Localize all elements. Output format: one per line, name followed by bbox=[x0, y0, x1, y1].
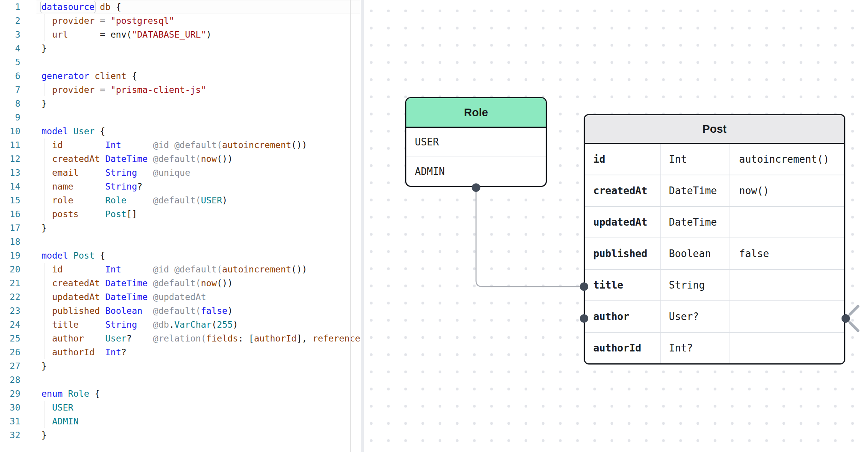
field-default-cell: now() bbox=[729, 175, 844, 206]
line-number: 19 bbox=[0, 249, 20, 262]
schema-code-editor[interactable]: 1datasource db {2 provider = "postgresql… bbox=[0, 0, 364, 452]
code-line[interactable]: 32} bbox=[0, 428, 364, 442]
code-line[interactable]: 1datasource db { bbox=[0, 0, 364, 14]
line-number: 3 bbox=[0, 28, 20, 41]
code-line[interactable]: 9 bbox=[0, 111, 364, 124]
field-type-cell: Int? bbox=[661, 333, 729, 363]
code-line[interactable]: 27} bbox=[0, 359, 364, 373]
code-line[interactable]: 22 updatedAt DateTime @updatedAt bbox=[0, 290, 364, 304]
code-line[interactable]: 5 bbox=[0, 55, 364, 69]
code-line[interactable]: 21 createdAt DateTime @default(now()) bbox=[0, 276, 364, 290]
line-number: 13 bbox=[0, 166, 20, 180]
code-line[interactable]: 8} bbox=[0, 97, 364, 111]
line-number: 7 bbox=[0, 83, 20, 97]
model-field-row: titleString bbox=[585, 269, 844, 300]
code-line[interactable]: 16 posts Post[] bbox=[0, 207, 364, 221]
code-text bbox=[20, 235, 41, 249]
enum-relation-line bbox=[476, 191, 583, 287]
field-default-cell bbox=[729, 207, 844, 238]
post-table-header: Post bbox=[585, 115, 844, 144]
code-line[interactable]: 3 url = env("DATABASE_URL") bbox=[0, 28, 364, 41]
code-line[interactable]: 11 id Int @id @default(autoincrement()) bbox=[0, 138, 364, 152]
code-line[interactable]: 15 role Role @default(USER) bbox=[0, 193, 364, 207]
code-text: role Role @default(USER) bbox=[20, 193, 228, 207]
field-name-cell: author bbox=[585, 301, 661, 332]
code-text: generator client { bbox=[20, 69, 137, 83]
diagram-canvas[interactable]: Role USERADMIN Post idIntautoincrement()… bbox=[364, 0, 868, 452]
code-line[interactable]: 19model Post { bbox=[0, 249, 364, 262]
line-number: 5 bbox=[0, 55, 20, 69]
line-number: 16 bbox=[0, 207, 20, 221]
code-text: model User { bbox=[20, 124, 105, 138]
code-line[interactable]: 23 published Boolean @default(false) bbox=[0, 304, 364, 318]
code-text: } bbox=[20, 359, 47, 373]
code-line[interactable]: 14 name String? bbox=[0, 180, 364, 193]
editor-content-edge bbox=[350, 0, 351, 452]
code-text: id Int @id @default(autoincrement()) bbox=[20, 262, 307, 276]
post-table-rows: idIntautoincrement()createdAtDateTimenow… bbox=[585, 144, 844, 363]
code-line[interactable]: 31 ADMIN bbox=[0, 414, 364, 428]
code-line[interactable]: 13 email String @unique bbox=[0, 166, 364, 180]
code-line[interactable]: 17} bbox=[0, 221, 364, 235]
field-name-cell: authorId bbox=[585, 333, 661, 363]
code-line[interactable]: 7 provider = "prisma-client-js" bbox=[0, 83, 364, 97]
code-text: } bbox=[20, 428, 47, 442]
code-line[interactable]: 26 authorId Int? bbox=[0, 345, 364, 359]
role-table-title: Role bbox=[464, 106, 488, 119]
model-node-post[interactable]: Post idIntautoincrement()createdAtDateTi… bbox=[584, 114, 845, 365]
line-number: 12 bbox=[0, 152, 20, 166]
code-text: posts Post[] bbox=[20, 207, 137, 221]
field-name-cell: createdAt bbox=[585, 175, 661, 206]
code-line[interactable]: 20 id Int @id @default(autoincrement()) bbox=[0, 262, 364, 276]
code-text: } bbox=[20, 97, 47, 111]
line-number: 28 bbox=[0, 373, 20, 387]
line-number: 15 bbox=[0, 193, 20, 207]
code-line[interactable]: 28 bbox=[0, 373, 364, 387]
enum-value: ADMIN bbox=[406, 157, 445, 186]
code-text bbox=[20, 373, 41, 387]
code-line[interactable]: 29enum Role { bbox=[0, 387, 364, 401]
line-number: 20 bbox=[0, 262, 20, 276]
line-number: 31 bbox=[0, 414, 20, 428]
code-line[interactable]: 6generator client { bbox=[0, 69, 364, 83]
line-number: 21 bbox=[0, 276, 20, 290]
indent-guide bbox=[44, 263, 45, 359]
code-text: enum Role { bbox=[20, 387, 100, 401]
code-lines: 1datasource db {2 provider = "postgresql… bbox=[0, 0, 364, 442]
line-number: 29 bbox=[0, 387, 20, 401]
code-line[interactable]: 10model User { bbox=[0, 124, 364, 138]
enum-node-role[interactable]: Role USERADMIN bbox=[405, 97, 547, 187]
code-line[interactable]: 25 author User? @relation(fields: [autho… bbox=[0, 332, 364, 345]
code-line[interactable]: 24 title String @db.VarChar(255) bbox=[0, 318, 364, 332]
code-line[interactable]: 12 createdAt DateTime @default(now()) bbox=[0, 152, 364, 166]
model-field-row: authorUser? bbox=[585, 300, 844, 332]
indent-guide bbox=[44, 83, 45, 96]
code-line[interactable]: 2 provider = "postgresql" bbox=[0, 14, 364, 28]
code-text: title String @db.VarChar(255) bbox=[20, 318, 238, 332]
line-number: 22 bbox=[0, 290, 20, 304]
line-number: 11 bbox=[0, 138, 20, 152]
model-field-row: updatedAtDateTime bbox=[585, 206, 844, 238]
code-text bbox=[20, 55, 41, 69]
field-name-cell: id bbox=[585, 144, 661, 175]
editor-scrollbar[interactable] bbox=[361, 0, 364, 452]
code-line[interactable]: 30 USER bbox=[0, 401, 364, 414]
model-field-row: createdAtDateTimenow() bbox=[585, 175, 844, 206]
code-text: ADMIN bbox=[20, 414, 79, 428]
line-number: 32 bbox=[0, 428, 20, 442]
offscreen-relation-dashes bbox=[850, 306, 858, 331]
code-line[interactable]: 18 bbox=[0, 235, 364, 249]
code-text: authorId Int? bbox=[20, 345, 127, 359]
line-number: 2 bbox=[0, 14, 20, 28]
field-default-cell bbox=[729, 270, 844, 300]
code-text bbox=[20, 111, 41, 124]
line-number: 17 bbox=[0, 221, 20, 235]
model-field-row: authorIdInt? bbox=[585, 332, 844, 363]
code-text: datasource db { bbox=[20, 0, 121, 14]
line-number: 1 bbox=[0, 0, 20, 14]
field-type-cell: DateTime bbox=[661, 175, 729, 206]
code-line[interactable]: 4} bbox=[0, 41, 364, 55]
enum-value: USER bbox=[406, 128, 439, 157]
code-text: published Boolean @default(false) bbox=[20, 304, 233, 318]
field-type-cell: Int bbox=[661, 144, 729, 175]
